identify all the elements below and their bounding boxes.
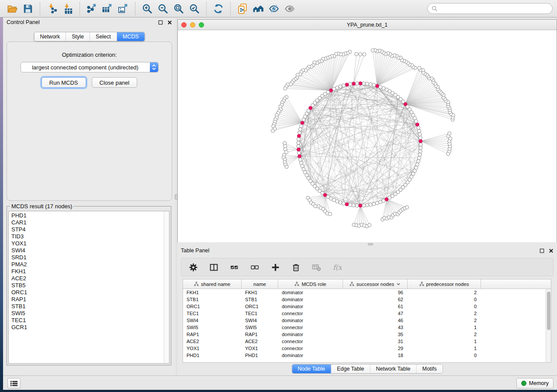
graph-node-selected[interactable] <box>419 139 422 143</box>
gear-button[interactable] <box>187 261 199 273</box>
mcds-result-item[interactable]: STB5 <box>11 282 164 289</box>
graph-node[interactable] <box>417 126 420 130</box>
graph-node[interactable] <box>419 136 422 139</box>
graph-node[interactable] <box>355 204 359 207</box>
mcds-result-item[interactable]: ACE2 <box>11 275 164 282</box>
refresh-button[interactable] <box>211 2 226 16</box>
mcds-result-item[interactable]: ORC1 <box>11 289 164 296</box>
table-row[interactable]: ACE2ACE2connector311 <box>183 338 546 345</box>
graph-node[interactable] <box>297 151 301 155</box>
table-row[interactable]: SWI5SWI5connector431 <box>183 324 546 331</box>
graph-node-selected[interactable] <box>359 204 362 207</box>
table-row[interactable]: TEC1TEC1connector472 <box>183 310 546 317</box>
graph-node[interactable] <box>365 203 369 207</box>
network-canvas[interactable] <box>178 30 557 244</box>
graph-node[interactable] <box>342 202 345 205</box>
graph-node[interactable] <box>419 150 422 153</box>
splitter-grip[interactable] <box>368 243 373 245</box>
graph-node-selected[interactable] <box>301 121 304 124</box>
select-all-button[interactable] <box>228 261 240 273</box>
mcds-result-item[interactable]: RAP1 <box>11 296 164 303</box>
table-row[interactable]: STB1STB1dominator620 <box>183 296 546 303</box>
graph-node[interactable] <box>418 153 422 156</box>
graph-node[interactable] <box>336 199 339 203</box>
graph-node[interactable] <box>362 204 366 207</box>
graph-node[interactable] <box>271 129 274 133</box>
memory-button[interactable]: Memory <box>516 378 554 389</box>
graph-node[interactable] <box>298 127 302 131</box>
import-network-button[interactable] <box>44 2 60 16</box>
home-button[interactable] <box>250 2 266 16</box>
network-graph[interactable] <box>178 30 557 244</box>
mcds-result-item[interactable]: SRD1 <box>11 254 164 261</box>
graph-node[interactable] <box>371 48 374 52</box>
tab-style[interactable]: Style <box>66 32 90 41</box>
table-row[interactable]: FKH1FKH1dominator962 <box>183 289 546 296</box>
graph-node[interactable] <box>298 158 302 162</box>
graph-node[interactable] <box>284 87 287 90</box>
graph-node[interactable] <box>299 124 303 128</box>
optimization-criterion-select[interactable]: largest connected component (undirected) <box>21 62 159 72</box>
graph-node-selected[interactable] <box>345 203 349 206</box>
graph-node[interactable] <box>355 82 359 85</box>
import-table-button[interactable] <box>60 2 76 16</box>
float-panel-icon[interactable] <box>158 20 163 25</box>
add-row-button[interactable] <box>270 261 281 273</box>
export-table-button[interactable] <box>100 2 115 16</box>
mcds-result-item[interactable]: SWI5 <box>11 310 164 317</box>
graph-node[interactable] <box>418 129 421 133</box>
horizontal-splitter[interactable] <box>177 242 557 246</box>
window-close-button[interactable] <box>181 22 187 28</box>
graph-node-selected[interactable] <box>298 155 301 158</box>
graph-node[interactable] <box>448 132 451 135</box>
tab-select[interactable]: Select <box>90 32 117 41</box>
graph-node[interactable] <box>419 143 422 146</box>
mcds-result-item[interactable]: FKH1 <box>11 268 164 275</box>
mcds-result-item[interactable]: STP4 <box>11 226 164 233</box>
graph-node[interactable] <box>415 163 419 166</box>
graph-node[interactable] <box>363 53 366 56</box>
tab-mcds[interactable]: MCDS <box>117 32 145 41</box>
zoom-selected-button[interactable] <box>187 2 202 16</box>
graph-node[interactable] <box>418 133 422 136</box>
tab-network[interactable]: Network <box>34 32 66 41</box>
graph-node-selected[interactable] <box>352 82 355 86</box>
graph-node[interactable] <box>418 156 421 160</box>
table-scrollbar[interactable] <box>546 289 551 362</box>
scrollbar-thumb[interactable] <box>547 292 550 330</box>
column-header-successor-nodes[interactable]: successor nodes <box>343 279 408 289</box>
close-panel-button[interactable]: Close panel <box>92 77 138 88</box>
graph-node[interactable] <box>349 83 352 86</box>
mcds-result-item[interactable]: YOX1 <box>11 240 164 247</box>
tab-node-table[interactable]: Node Table <box>292 364 331 373</box>
graph-node[interactable] <box>362 82 366 85</box>
graph-node[interactable] <box>297 144 300 148</box>
tab-edge-table[interactable]: Edge Table <box>331 364 370 373</box>
graph-node[interactable] <box>302 118 305 121</box>
table-row[interactable]: YOX1YOX1connector291 <box>183 345 546 352</box>
export-image-button[interactable] <box>115 2 131 16</box>
task-history-button[interactable] <box>7 378 21 389</box>
close-panel-icon[interactable] <box>167 20 172 25</box>
graph-node[interactable] <box>342 84 345 87</box>
graph-node-selected[interactable] <box>359 82 362 85</box>
search-box[interactable] <box>427 3 553 14</box>
graph-node[interactable] <box>379 85 382 89</box>
table-row[interactable]: PHD1PHD1dominator180 <box>183 352 546 359</box>
graph-node[interactable] <box>339 201 342 204</box>
export-network-button[interactable] <box>84 2 100 16</box>
column-header-MCDS-role[interactable]: MCDS role <box>278 279 343 289</box>
mcds-result-item[interactable]: SWI4 <box>11 247 164 254</box>
run-mcds-button[interactable]: Run MCDS <box>42 77 86 88</box>
graph-node[interactable] <box>339 85 342 88</box>
hide-selected-button[interactable] <box>266 2 282 16</box>
unselect-all-button[interactable] <box>249 261 260 273</box>
graph-node-selected[interactable] <box>297 134 301 138</box>
graph-node[interactable] <box>369 203 372 206</box>
mcds-result-item[interactable]: GCR1 <box>11 324 164 331</box>
column-header-predecessor-nodes[interactable]: predecessor nodes <box>408 279 481 289</box>
close-panel-icon[interactable] <box>549 248 554 253</box>
graph-node[interactable] <box>419 146 422 150</box>
graph-node[interactable] <box>368 224 371 227</box>
graph-node[interactable] <box>417 159 420 163</box>
